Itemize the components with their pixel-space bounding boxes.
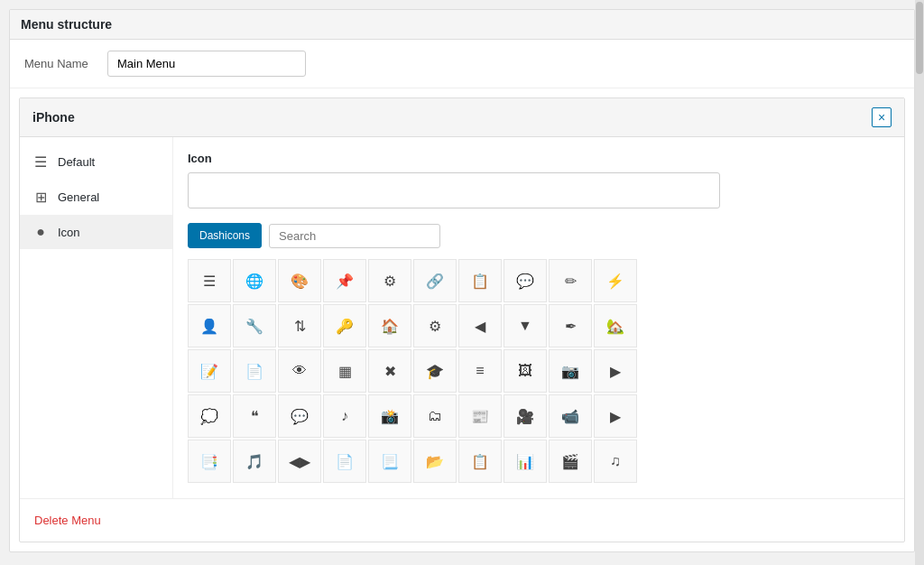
bubble-icon[interactable]: 💭: [188, 394, 231, 438]
docs-icon[interactable]: 📂: [413, 440, 457, 483]
grid-icon[interactable]: ▦: [323, 349, 366, 393]
clipboard-icon[interactable]: 📋: [458, 259, 502, 302]
close-icon[interactable]: ✖: [368, 349, 411, 393]
icon-section-label: Icon: [188, 152, 890, 165]
arrows-icon[interactable]: ⇅: [278, 304, 321, 347]
link-icon[interactable]: 🔗: [413, 259, 457, 302]
camcorder-icon[interactable]: 📹: [549, 394, 592, 438]
list-icon[interactable]: 📑: [188, 440, 231, 483]
doc-icon[interactable]: 📄: [233, 349, 276, 393]
quote-icon[interactable]: ❝: [233, 394, 276, 438]
home-icon[interactable]: 🏠: [368, 304, 411, 347]
sidebar: ☰ Default ⊞ General ● Icon: [20, 137, 173, 498]
main-panel: Menu structure Menu Name iPhone × ☰ Defa…: [9, 9, 915, 552]
gear-icon[interactable]: ⚙: [413, 304, 457, 347]
filter-icon[interactable]: ▼: [504, 304, 547, 347]
dashicons-tab-button[interactable]: Dashicons: [188, 223, 262, 248]
edit-icon[interactable]: ✒: [549, 304, 592, 347]
key-icon[interactable]: 🔑: [323, 304, 366, 347]
pushpin-icon[interactable]: 📌: [323, 259, 366, 302]
device-body: ☰ Default ⊞ General ● Icon Icon: [20, 137, 904, 498]
icons-grid: ☰🌐🎨📌⚙🔗📋💬✏⚡👤🔧⇅🔑🏠⚙◀▼✒🏡📝📄👁▦✖🎓≡🖼📷▶💭❝💬♪📸🗂📰🎥📹▶…: [188, 259, 890, 483]
eye-icon[interactable]: 👁: [278, 349, 321, 393]
code-icon[interactable]: ◀▶: [278, 440, 321, 483]
menu-icon[interactable]: ☰: [188, 259, 231, 302]
graduation-icon[interactable]: 🎓: [413, 349, 457, 393]
menu-lines-icon: ☰: [32, 153, 49, 171]
chat-icon[interactable]: 💬: [504, 259, 547, 302]
sidebar-default-label: Default: [58, 155, 95, 169]
menu-name-row: Menu Name: [10, 40, 914, 88]
icon-search-input[interactable]: [269, 224, 440, 248]
delete-menu-button[interactable]: Delete Menu: [20, 503, 116, 538]
icon-preview-box: [188, 172, 720, 208]
user-icon[interactable]: 👤: [188, 304, 231, 347]
play2-icon[interactable]: ▶: [594, 394, 637, 438]
news-icon[interactable]: 📰: [458, 394, 502, 438]
page-icon[interactable]: 📄: [323, 440, 366, 483]
page-wrapper: Menu structure Menu Name iPhone × ☰ Defa…: [0, 0, 924, 561]
video-icon[interactable]: 🎥: [504, 394, 547, 438]
music-icon[interactable]: ♪: [323, 394, 366, 438]
close-device-button[interactable]: ×: [872, 107, 892, 127]
comment-icon[interactable]: 💬: [278, 394, 321, 438]
page-title: Menu structure: [21, 17, 112, 32]
pages-icon[interactable]: 📃: [368, 440, 411, 483]
panel-header: Menu structure: [10, 10, 914, 40]
back-icon[interactable]: ◀: [458, 304, 502, 347]
sidebar-item-icon[interactable]: ● Icon: [20, 215, 172, 249]
folder-icon[interactable]: 🗂: [413, 394, 457, 438]
lines-icon[interactable]: ≡: [458, 349, 502, 393]
lightning-icon[interactable]: ⚡: [594, 259, 637, 302]
scrollbar[interactable]: [915, 0, 924, 561]
menu-name-label: Menu Name: [24, 57, 97, 70]
play-icon[interactable]: ▶: [594, 349, 637, 393]
playlist-icon[interactable]: ♫: [594, 440, 637, 483]
photo-icon[interactable]: 📸: [368, 394, 411, 438]
icon-tabs-row: Dashicons: [188, 223, 890, 248]
scroll-thumb: [916, 2, 923, 74]
media-icon[interactable]: 🎬: [549, 440, 592, 483]
house-icon[interactable]: 🏡: [594, 304, 637, 347]
device-title: iPhone: [32, 110, 75, 125]
settings2-icon[interactable]: ⚙: [368, 259, 411, 302]
notes-icon[interactable]: 📋: [458, 440, 502, 483]
device-header: iPhone ×: [20, 98, 904, 137]
sidebar-item-default[interactable]: ☰ Default: [20, 144, 172, 180]
device-section: iPhone × ☰ Default ⊞ General ● I: [19, 97, 905, 542]
camera-icon[interactable]: 📷: [549, 349, 592, 393]
pencil-icon[interactable]: ✏: [549, 259, 592, 302]
note-icon[interactable]: 📝: [188, 349, 231, 393]
icon-panel: Icon Dashicons ☰🌐🎨📌⚙🔗📋💬✏⚡👤🔧⇅🔑🏠⚙◀▼✒🏡📝📄👁▦✖…: [173, 137, 904, 498]
sidebar-icon-label: Icon: [58, 226, 80, 239]
image-icon[interactable]: 🖼: [504, 349, 547, 393]
audio-icon[interactable]: 🎵: [233, 440, 276, 483]
grid-icon: ⊞: [32, 189, 49, 206]
circle-icon: ●: [32, 224, 49, 240]
chart-icon[interactable]: 📊: [504, 440, 547, 483]
sidebar-general-label: General: [58, 190, 99, 204]
globe-icon[interactable]: 🌐: [233, 259, 276, 302]
menu-name-input[interactable]: [107, 51, 306, 77]
art-icon[interactable]: 🎨: [278, 259, 321, 302]
wrench-icon[interactable]: 🔧: [233, 304, 276, 347]
device-footer: Delete Menu: [20, 498, 904, 542]
sidebar-item-general[interactable]: ⊞ General: [20, 180, 172, 215]
